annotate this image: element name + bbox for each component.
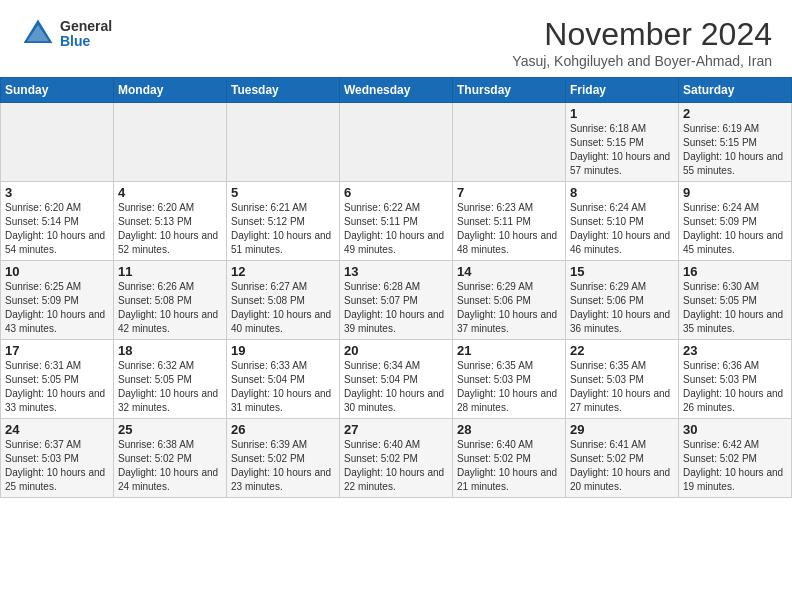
day-number: 3 xyxy=(5,185,109,200)
calendar-cell: 21Sunrise: 6:35 AM Sunset: 5:03 PM Dayli… xyxy=(453,340,566,419)
calendar-week-1: 1Sunrise: 6:18 AM Sunset: 5:15 PM Daylig… xyxy=(1,103,792,182)
day-header-saturday: Saturday xyxy=(679,78,792,103)
day-number: 13 xyxy=(344,264,448,279)
day-info: Sunrise: 6:29 AM Sunset: 5:06 PM Dayligh… xyxy=(570,280,674,336)
day-number: 12 xyxy=(231,264,335,279)
calendar-cell: 2Sunrise: 6:19 AM Sunset: 5:15 PM Daylig… xyxy=(679,103,792,182)
calendar-cell xyxy=(227,103,340,182)
day-number: 10 xyxy=(5,264,109,279)
day-header-tuesday: Tuesday xyxy=(227,78,340,103)
day-number: 27 xyxy=(344,422,448,437)
calendar-cell: 30Sunrise: 6:42 AM Sunset: 5:02 PM Dayli… xyxy=(679,419,792,498)
day-info: Sunrise: 6:34 AM Sunset: 5:04 PM Dayligh… xyxy=(344,359,448,415)
day-info: Sunrise: 6:19 AM Sunset: 5:15 PM Dayligh… xyxy=(683,122,787,178)
logo-general-text: General xyxy=(60,19,112,34)
calendar-cell: 17Sunrise: 6:31 AM Sunset: 5:05 PM Dayli… xyxy=(1,340,114,419)
day-info: Sunrise: 6:37 AM Sunset: 5:03 PM Dayligh… xyxy=(5,438,109,494)
calendar-cell: 15Sunrise: 6:29 AM Sunset: 5:06 PM Dayli… xyxy=(566,261,679,340)
day-info: Sunrise: 6:39 AM Sunset: 5:02 PM Dayligh… xyxy=(231,438,335,494)
calendar-cell: 1Sunrise: 6:18 AM Sunset: 5:15 PM Daylig… xyxy=(566,103,679,182)
calendar-cell: 28Sunrise: 6:40 AM Sunset: 5:02 PM Dayli… xyxy=(453,419,566,498)
month-title: November 2024 xyxy=(512,16,772,53)
calendar-cell: 9Sunrise: 6:24 AM Sunset: 5:09 PM Daylig… xyxy=(679,182,792,261)
day-info: Sunrise: 6:31 AM Sunset: 5:05 PM Dayligh… xyxy=(5,359,109,415)
day-info: Sunrise: 6:42 AM Sunset: 5:02 PM Dayligh… xyxy=(683,438,787,494)
calendar-cell: 18Sunrise: 6:32 AM Sunset: 5:05 PM Dayli… xyxy=(114,340,227,419)
day-number: 25 xyxy=(118,422,222,437)
calendar-cell: 3Sunrise: 6:20 AM Sunset: 5:14 PM Daylig… xyxy=(1,182,114,261)
day-number: 7 xyxy=(457,185,561,200)
calendar-cell: 16Sunrise: 6:30 AM Sunset: 5:05 PM Dayli… xyxy=(679,261,792,340)
day-info: Sunrise: 6:20 AM Sunset: 5:13 PM Dayligh… xyxy=(118,201,222,257)
day-info: Sunrise: 6:22 AM Sunset: 5:11 PM Dayligh… xyxy=(344,201,448,257)
day-info: Sunrise: 6:38 AM Sunset: 5:02 PM Dayligh… xyxy=(118,438,222,494)
calendar: SundayMondayTuesdayWednesdayThursdayFrid… xyxy=(0,77,792,498)
calendar-cell: 13Sunrise: 6:28 AM Sunset: 5:07 PM Dayli… xyxy=(340,261,453,340)
day-number: 15 xyxy=(570,264,674,279)
calendar-week-2: 3Sunrise: 6:20 AM Sunset: 5:14 PM Daylig… xyxy=(1,182,792,261)
day-number: 21 xyxy=(457,343,561,358)
day-header-friday: Friday xyxy=(566,78,679,103)
day-number: 5 xyxy=(231,185,335,200)
calendar-cell: 23Sunrise: 6:36 AM Sunset: 5:03 PM Dayli… xyxy=(679,340,792,419)
day-info: Sunrise: 6:32 AM Sunset: 5:05 PM Dayligh… xyxy=(118,359,222,415)
day-number: 2 xyxy=(683,106,787,121)
day-number: 28 xyxy=(457,422,561,437)
day-number: 30 xyxy=(683,422,787,437)
day-info: Sunrise: 6:40 AM Sunset: 5:02 PM Dayligh… xyxy=(457,438,561,494)
calendar-cell: 22Sunrise: 6:35 AM Sunset: 5:03 PM Dayli… xyxy=(566,340,679,419)
title-block: November 2024 Yasuj, Kohgiluyeh and Boye… xyxy=(512,16,772,69)
day-number: 8 xyxy=(570,185,674,200)
calendar-cell: 4Sunrise: 6:20 AM Sunset: 5:13 PM Daylig… xyxy=(114,182,227,261)
day-info: Sunrise: 6:27 AM Sunset: 5:08 PM Dayligh… xyxy=(231,280,335,336)
day-number: 29 xyxy=(570,422,674,437)
day-number: 17 xyxy=(5,343,109,358)
day-number: 26 xyxy=(231,422,335,437)
day-header-thursday: Thursday xyxy=(453,78,566,103)
subtitle: Yasuj, Kohgiluyeh and Boyer-Ahmad, Iran xyxy=(512,53,772,69)
day-number: 9 xyxy=(683,185,787,200)
day-info: Sunrise: 6:33 AM Sunset: 5:04 PM Dayligh… xyxy=(231,359,335,415)
calendar-cell xyxy=(453,103,566,182)
calendar-cell: 20Sunrise: 6:34 AM Sunset: 5:04 PM Dayli… xyxy=(340,340,453,419)
logo: General Blue xyxy=(20,16,112,52)
day-number: 14 xyxy=(457,264,561,279)
calendar-cell: 11Sunrise: 6:26 AM Sunset: 5:08 PM Dayli… xyxy=(114,261,227,340)
calendar-cell: 26Sunrise: 6:39 AM Sunset: 5:02 PM Dayli… xyxy=(227,419,340,498)
day-info: Sunrise: 6:24 AM Sunset: 5:10 PM Dayligh… xyxy=(570,201,674,257)
day-info: Sunrise: 6:26 AM Sunset: 5:08 PM Dayligh… xyxy=(118,280,222,336)
calendar-cell: 7Sunrise: 6:23 AM Sunset: 5:11 PM Daylig… xyxy=(453,182,566,261)
calendar-week-5: 24Sunrise: 6:37 AM Sunset: 5:03 PM Dayli… xyxy=(1,419,792,498)
day-number: 11 xyxy=(118,264,222,279)
calendar-cell xyxy=(1,103,114,182)
calendar-cell: 24Sunrise: 6:37 AM Sunset: 5:03 PM Dayli… xyxy=(1,419,114,498)
day-info: Sunrise: 6:24 AM Sunset: 5:09 PM Dayligh… xyxy=(683,201,787,257)
day-number: 22 xyxy=(570,343,674,358)
day-number: 6 xyxy=(344,185,448,200)
calendar-cell: 25Sunrise: 6:38 AM Sunset: 5:02 PM Dayli… xyxy=(114,419,227,498)
logo-blue-text: Blue xyxy=(60,34,112,49)
calendar-week-4: 17Sunrise: 6:31 AM Sunset: 5:05 PM Dayli… xyxy=(1,340,792,419)
day-number: 20 xyxy=(344,343,448,358)
day-info: Sunrise: 6:35 AM Sunset: 5:03 PM Dayligh… xyxy=(570,359,674,415)
day-info: Sunrise: 6:28 AM Sunset: 5:07 PM Dayligh… xyxy=(344,280,448,336)
day-number: 4 xyxy=(118,185,222,200)
calendar-cell: 6Sunrise: 6:22 AM Sunset: 5:11 PM Daylig… xyxy=(340,182,453,261)
day-info: Sunrise: 6:30 AM Sunset: 5:05 PM Dayligh… xyxy=(683,280,787,336)
logo-icon xyxy=(20,16,56,52)
calendar-cell: 19Sunrise: 6:33 AM Sunset: 5:04 PM Dayli… xyxy=(227,340,340,419)
day-info: Sunrise: 6:41 AM Sunset: 5:02 PM Dayligh… xyxy=(570,438,674,494)
calendar-cell: 14Sunrise: 6:29 AM Sunset: 5:06 PM Dayli… xyxy=(453,261,566,340)
day-number: 18 xyxy=(118,343,222,358)
calendar-cell: 27Sunrise: 6:40 AM Sunset: 5:02 PM Dayli… xyxy=(340,419,453,498)
calendar-cell xyxy=(340,103,453,182)
day-info: Sunrise: 6:36 AM Sunset: 5:03 PM Dayligh… xyxy=(683,359,787,415)
day-info: Sunrise: 6:18 AM Sunset: 5:15 PM Dayligh… xyxy=(570,122,674,178)
day-number: 19 xyxy=(231,343,335,358)
day-info: Sunrise: 6:29 AM Sunset: 5:06 PM Dayligh… xyxy=(457,280,561,336)
day-info: Sunrise: 6:21 AM Sunset: 5:12 PM Dayligh… xyxy=(231,201,335,257)
calendar-cell: 10Sunrise: 6:25 AM Sunset: 5:09 PM Dayli… xyxy=(1,261,114,340)
day-info: Sunrise: 6:23 AM Sunset: 5:11 PM Dayligh… xyxy=(457,201,561,257)
day-info: Sunrise: 6:35 AM Sunset: 5:03 PM Dayligh… xyxy=(457,359,561,415)
calendar-header-row: SundayMondayTuesdayWednesdayThursdayFrid… xyxy=(1,78,792,103)
